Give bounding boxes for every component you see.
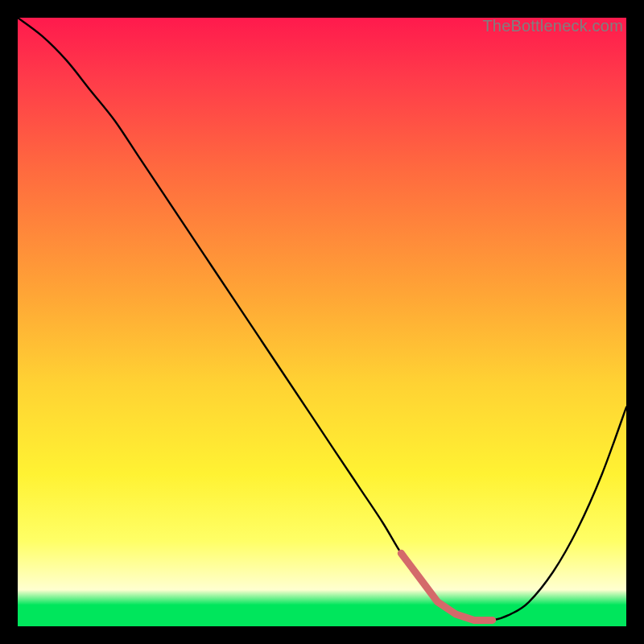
watermark-text: TheBottleneck.com xyxy=(482,18,623,35)
plot-area: TheBottleneck.com xyxy=(18,18,626,626)
chart-stage: TheBottleneck.com xyxy=(0,0,644,644)
optimal-range-highlight xyxy=(18,18,626,626)
